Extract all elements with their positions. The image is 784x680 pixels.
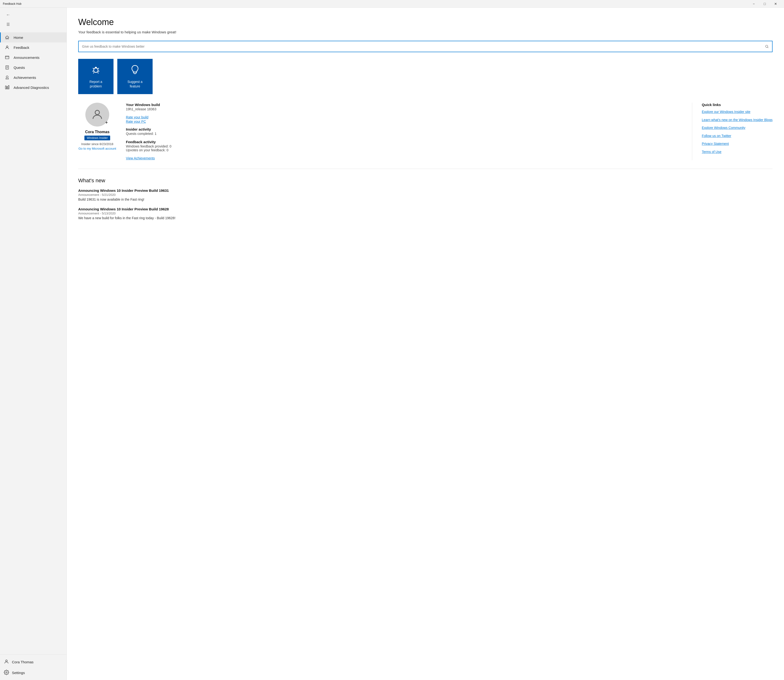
profile-section: + Cora Thomas Windows Insider Insider si… (78, 103, 773, 169)
insider-activity-title: Insider activity (126, 127, 682, 131)
svg-point-3 (6, 76, 8, 78)
profile-stats: Your Windows build 19h1_release 18363 Ra… (126, 103, 692, 160)
sidebar-item-quests-label: Quests (14, 66, 25, 69)
report-problem-label: Report aproblem (90, 80, 102, 88)
sidebar-top: ← ☰ (0, 8, 66, 31)
svg-point-8 (6, 672, 7, 673)
news-item-1-meta: Announcement - 5/21/2020 (78, 193, 773, 197)
news-item-2-title[interactable]: Announcing Windows 10 Insider Preview Bu… (78, 207, 773, 211)
sidebar-item-feedback[interactable]: Feedback (0, 42, 66, 52)
close-button[interactable]: ✕ (770, 0, 781, 8)
news-item-2: Announcing Windows 10 Insider Preview Bu… (78, 207, 773, 220)
quick-link-privacy[interactable]: Privacy Statement (702, 142, 773, 146)
news-item-1: Announcing Windows 10 Insider Preview Bu… (78, 189, 773, 201)
svg-point-10 (94, 68, 98, 72)
sidebar-item-quests[interactable]: Quests (0, 63, 66, 72)
sidebar-item-achievements-label: Achievements (14, 76, 36, 80)
insider-activity-group: Insider activity Quests completed: 1 (126, 127, 682, 135)
back-button[interactable]: ← (4, 11, 13, 19)
view-achievements-link[interactable]: View Achievements (126, 156, 682, 160)
quick-link-community[interactable]: Explore Windows Community (702, 126, 773, 130)
title-bar: Feedback Hub − □ ✕ (0, 0, 784, 8)
minimize-button[interactable]: − (748, 0, 759, 8)
sidebar-user-item[interactable]: Cora Thomas (0, 656, 66, 667)
sidebar-item-feedback-label: Feedback (14, 46, 29, 50)
quests-icon (5, 65, 10, 70)
svg-rect-1 (5, 56, 9, 59)
upvotes: Upvotes on your feedback: 0 (126, 148, 682, 152)
lightbulb-icon (130, 65, 140, 77)
achievements-icon (5, 75, 10, 80)
quick-link-terms[interactable]: Terms of Use (702, 150, 773, 154)
main-content: Welcome Your feedback is essential to he… (67, 8, 784, 680)
svg-point-11 (95, 110, 99, 115)
rate-pc-link[interactable]: Rate your PC (126, 120, 682, 123)
rate-build-link[interactable]: Rate your build (126, 115, 682, 119)
sidebar-item-announcements-label: Announcements (14, 55, 39, 60)
nav-menu: Home Feedback Announce (0, 31, 66, 655)
search-input[interactable] (79, 42, 762, 51)
sidebar: ← ☰ Home Fee (0, 8, 67, 680)
quick-links: Quick links Explore our Windows Insider … (692, 103, 773, 160)
profile-name: Cora Thomas (85, 130, 109, 134)
sidebar-username: Cora Thomas (12, 660, 34, 664)
title-bar-left: Feedback Hub (3, 2, 22, 5)
quick-link-insider-site[interactable]: Explore our Windows Insider site (702, 110, 773, 114)
sidebar-settings-label: Settings (12, 671, 25, 675)
search-icon (765, 44, 769, 48)
windows-build-title: Your Windows build (126, 103, 682, 107)
avatar-icon (91, 108, 104, 121)
sidebar-item-advanced-diagnostics[interactable]: Advanced Diagnostics (0, 82, 66, 93)
avatar: + (85, 103, 109, 126)
bug-icon (91, 65, 101, 77)
news-item-1-title[interactable]: Announcing Windows 10 Insider Preview Bu… (78, 189, 773, 192)
svg-point-0 (6, 46, 8, 47)
svg-point-7 (5, 660, 7, 662)
quests-completed: Quests completed: 1 (126, 132, 682, 135)
welcome-subtitle: Your feedback is essential to helping us… (78, 30, 773, 34)
news-item-1-desc: Build 19631 is now available in the Fast… (78, 198, 773, 201)
suggest-feature-label: Suggest afeature (127, 80, 142, 88)
sidebar-item-advanced-diagnostics-label: Advanced Diagnostics (14, 85, 49, 90)
profile-badge: Windows Insider (84, 135, 110, 140)
search-button[interactable] (762, 41, 772, 52)
user-icon (4, 659, 9, 665)
advanced-diagnostics-icon (5, 85, 10, 90)
welcome-title: Welcome (78, 17, 773, 27)
window-controls: − □ ✕ (748, 0, 781, 8)
svg-rect-6 (8, 85, 9, 89)
suggest-feature-tile[interactable]: Suggest afeature (117, 59, 153, 94)
quick-link-insider-blogs[interactable]: Learn what's new on the Windows Insider … (702, 118, 773, 123)
profile-card: + Cora Thomas Windows Insider Insider si… (78, 103, 126, 160)
sidebar-item-home-label: Home (14, 36, 23, 39)
feedback-icon (5, 45, 10, 50)
microsoft-account-link[interactable]: Go to my Microsoft account (79, 147, 116, 150)
avatar-plus-icon: + (105, 120, 108, 125)
news-item-2-desc: We have a new build for folks in the Fas… (78, 216, 773, 220)
feedback-provided: Windows feedback provided: 0 (126, 145, 682, 148)
profile-since: Insider since 8/23/2018 (81, 142, 113, 146)
feedback-activity-group: Feedback activity Windows feedback provi… (126, 140, 682, 152)
quick-link-twitter[interactable]: Follow us on Twitter (702, 134, 773, 139)
whats-new-section: What's new Announcing Windows 10 Insider… (78, 178, 773, 220)
sidebar-item-home[interactable]: Home (0, 32, 66, 42)
maximize-button[interactable]: □ (759, 0, 770, 8)
svg-rect-5 (7, 87, 8, 89)
sidebar-item-announcements[interactable]: Announcements (0, 52, 66, 63)
sidebar-item-achievements[interactable]: Achievements (0, 72, 66, 82)
sidebar-settings-item[interactable]: Settings (0, 667, 66, 678)
windows-build-group: Your Windows build 19h1_release 18363 (126, 103, 682, 111)
hamburger-button[interactable]: ☰ (4, 20, 13, 28)
app-container: ← ☰ Home Fee (0, 8, 784, 680)
sidebar-bottom: Cora Thomas Settings (0, 655, 66, 680)
svg-point-9 (766, 45, 768, 47)
action-tiles: Report aproblem Suggest afeature (78, 59, 773, 94)
feedback-activity-title: Feedback activity (126, 140, 682, 144)
news-item-2-meta: Announcement - 5/13/2020 (78, 212, 773, 215)
app-title: Feedback Hub (3, 2, 22, 5)
report-problem-tile[interactable]: Report aproblem (78, 59, 114, 94)
announcements-icon (5, 55, 10, 60)
windows-build-value: 19h1_release 18363 (126, 107, 682, 111)
settings-icon (4, 670, 9, 676)
quick-links-title: Quick links (702, 103, 773, 107)
